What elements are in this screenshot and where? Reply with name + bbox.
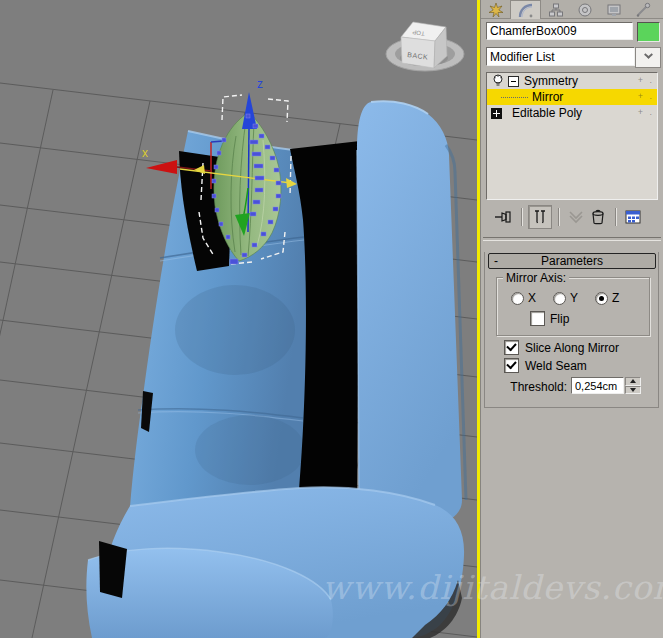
modify-icon [520, 5, 532, 17]
stack-edge-marks: + . [638, 91, 654, 101]
slice-along-mirror-checkbox[interactable] [504, 340, 519, 355]
stack-row-label: Editable Poly [512, 106, 582, 120]
chevron-down-icon [644, 55, 652, 60]
flip-label: Flip [550, 312, 569, 326]
hierarchy-icon [549, 4, 562, 16]
weld-seam-label: Weld Seam [525, 359, 587, 373]
utilities-icon [636, 3, 649, 16]
tab-modify[interactable] [510, 0, 541, 19]
rollout-title: Parameters [489, 254, 655, 268]
configure-modifier-sets-icon [623, 207, 643, 227]
make-unique-button[interactable] [565, 206, 587, 228]
modifier-list-arrow-button[interactable] [635, 47, 661, 68]
threshold-field[interactable] [571, 377, 624, 394]
spinner-up-button[interactable] [625, 377, 641, 386]
threshold-label: Threshold: [485, 380, 567, 394]
panel-divider [483, 237, 661, 241]
arrow-down-icon [630, 388, 636, 392]
tab-utilities[interactable] [628, 0, 657, 18]
weld-seam-row[interactable]: Weld Seam [504, 358, 587, 373]
object-color-swatch[interactable] [637, 22, 660, 42]
pin-stack-icon [494, 207, 514, 227]
object-name-row [481, 22, 663, 40]
configure-modifier-sets-button[interactable] [622, 206, 644, 228]
display-icon [608, 5, 620, 16]
threshold-spinner [625, 377, 641, 394]
command-panel: Modifier List Symmetry + . Mirror + . [481, 0, 663, 638]
mirror-axis-label: Mirror Axis: [503, 271, 569, 285]
parameters-rollout: - Parameters Mirror Axis: X Y [484, 252, 659, 408]
make-unique-icon [566, 207, 586, 227]
modifier-list-dropdown[interactable]: Modifier List [486, 47, 635, 66]
collapse-box-icon[interactable] [508, 76, 519, 87]
trash-icon [588, 207, 608, 227]
stack-row-editable-poly[interactable]: Editable Poly + . [487, 105, 657, 121]
mirror-axis-radios: X Y Z [511, 291, 619, 305]
spinner-down-button[interactable] [625, 386, 641, 395]
viewport[interactable]: z x [0, 0, 477, 638]
axis-x-label: x [142, 146, 148, 160]
show-end-result-icon [530, 207, 550, 227]
radio-icon[interactable] [511, 292, 524, 305]
tab-create[interactable] [481, 0, 510, 18]
radio-axis-x[interactable]: X [511, 291, 536, 305]
radio-axis-z[interactable]: Z [595, 291, 619, 305]
stack-edge-marks: + . [638, 75, 654, 85]
slice-along-mirror-row[interactable]: Slice Along Mirror [504, 340, 619, 355]
slice-along-mirror-label: Slice Along Mirror [525, 341, 619, 355]
radio-icon[interactable] [553, 292, 566, 305]
tab-hierarchy[interactable] [541, 0, 570, 18]
stack-row-label: Symmetry [524, 74, 578, 88]
expand-box-icon[interactable] [491, 108, 502, 119]
couch-shadow-bottom-left [99, 541, 127, 598]
stack-row-symmetry[interactable]: Symmetry + . [487, 73, 657, 89]
radio-axis-y[interactable]: Y [553, 291, 578, 305]
max-window: z x [0, 0, 663, 638]
couch-side-panel[interactable] [357, 101, 462, 523]
weld-seam-checkbox[interactable] [504, 358, 519, 373]
bulb-icon[interactable] [492, 74, 504, 88]
radio-icon[interactable] [595, 292, 608, 305]
radio-label: Y [570, 291, 578, 305]
mirror-axis-group: Mirror Axis: X Y Z [496, 277, 650, 336]
modifier-list-row: Modifier List [481, 47, 663, 66]
command-panel-tabs [481, 0, 663, 19]
pin-stack-button[interactable] [493, 206, 515, 228]
stack-row-label: Mirror [532, 90, 563, 104]
arrow-up-icon [630, 379, 636, 383]
tree-branch-line [501, 97, 528, 98]
stack-row-mirror[interactable]: Mirror + . [487, 89, 657, 105]
tab-motion[interactable] [570, 0, 599, 18]
parameters-rollout-header[interactable]: - Parameters [488, 253, 656, 269]
stack-edge-marks: + . [638, 107, 654, 117]
remove-modifier-button[interactable] [587, 206, 609, 228]
create-icon [489, 3, 503, 17]
radio-label: X [528, 291, 536, 305]
object-name-field[interactable] [486, 22, 633, 40]
flip-checkbox-row[interactable]: Flip [530, 311, 569, 326]
modifier-stack: Symmetry + . Mirror + . Editable Poly + … [486, 72, 658, 200]
tab-display[interactable] [599, 0, 628, 18]
show-end-result-button[interactable] [528, 205, 552, 229]
radio-label: Z [612, 291, 619, 305]
stack-toolbar [481, 203, 663, 231]
flip-checkbox[interactable] [530, 311, 545, 326]
motion-icon [579, 4, 591, 16]
axis-z-label: z [257, 77, 263, 91]
